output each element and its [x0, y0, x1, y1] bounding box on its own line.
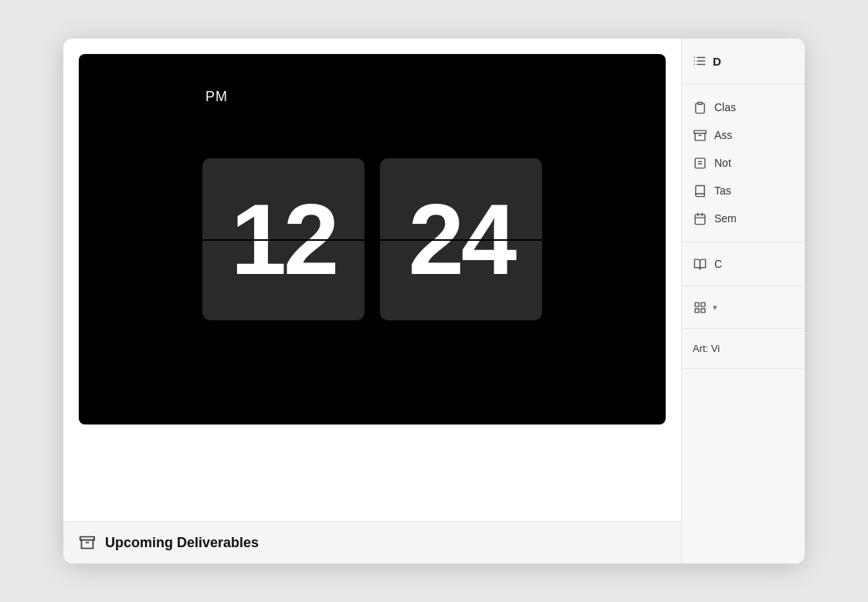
svg-rect-19 — [700, 303, 704, 306]
clock-hours: 12 — [231, 189, 337, 289]
sidebar-header-label: D — [713, 55, 721, 68]
svg-rect-14 — [695, 214, 705, 224]
sidebar-item-label-tasks: Tas — [714, 184, 731, 197]
svg-rect-18 — [695, 303, 699, 306]
sidebar-item-notes[interactable]: Not — [682, 149, 805, 177]
calendar-icon — [693, 211, 707, 225]
main-content: PM 12 24 — [63, 39, 681, 563]
sidebar-item-classes[interactable]: Clas — [682, 93, 805, 121]
sidebar-lower-section: C — [682, 242, 805, 286]
deliverables-icon — [79, 534, 96, 551]
sidebar-item-tasks[interactable]: Tas — [682, 177, 805, 205]
sidebar-item-label-classes: Clas — [714, 101, 736, 113]
sidebar-item-label-semester: Sem — [714, 212, 737, 225]
svg-rect-0 — [80, 537, 94, 540]
note-icon — [693, 156, 707, 170]
sidebar-item-assignments[interactable]: Ass — [682, 121, 805, 149]
sidebar-item-label-notes: Not — [714, 157, 731, 169]
bottom-bar: Upcoming Deliverables — [63, 521, 681, 563]
svg-rect-8 — [697, 102, 702, 104]
content-and-bottom: PM 12 24 — [63, 39, 681, 563]
sidebar-entry-section: Art: Vi — [682, 329, 805, 369]
archive-icon — [693, 128, 707, 142]
clock-container: PM 12 24 — [202, 158, 542, 320]
flip-card-hours: 12 — [202, 158, 364, 320]
list-icon — [693, 54, 707, 68]
sidebar-header-row[interactable]: D — [682, 48, 805, 74]
sidebar-item-semester[interactable]: Sem — [682, 205, 805, 232]
sidebar-grid-section: ▾ — [682, 286, 805, 329]
sidebar-header-section: D — [682, 39, 805, 84]
svg-rect-21 — [695, 308, 699, 312]
grid-icon — [693, 300, 707, 314]
chevron-down-icon: ▾ — [713, 303, 717, 313]
clock-period: PM — [205, 89, 228, 105]
sidebar-item-lower[interactable]: C — [682, 250, 805, 278]
sidebar-item-label-assignments: Ass — [714, 129, 732, 141]
sidebar-nav-section: Clas Ass — [682, 84, 805, 242]
flip-card-minutes: 24 — [380, 158, 542, 320]
sidebar-entry[interactable]: Art: Vi — [682, 337, 805, 360]
sidebar-grid-row[interactable]: ▾ — [682, 294, 805, 320]
app-window: PM 12 24 — [63, 39, 805, 563]
sidebar-item-label-lower: C — [714, 258, 722, 270]
clipboard-icon — [693, 100, 707, 114]
clock-minutes: 24 — [409, 189, 514, 289]
svg-rect-20 — [700, 308, 704, 312]
right-sidebar: D Clas — [681, 39, 805, 563]
bottom-bar-title: Upcoming Deliverables — [105, 535, 259, 551]
book-open-icon — [693, 257, 707, 271]
book-icon — [693, 184, 707, 198]
svg-rect-9 — [693, 130, 706, 134]
spacer — [63, 424, 681, 521]
clock-area: PM 12 24 — [79, 54, 666, 424]
